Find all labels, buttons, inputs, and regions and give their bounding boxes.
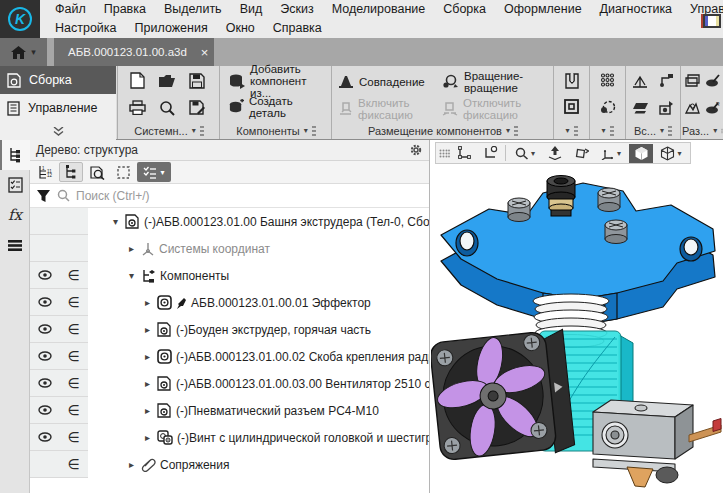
shaded-view-button[interactable]	[629, 144, 653, 163]
viewport-3d[interactable]: ▾ ▾ ▾	[431, 140, 723, 493]
tree-row-fan-2510[interactable]: ∈ ▸ (-)АБВ.000123.01.00.03.00 Вентилятор…	[30, 370, 429, 397]
eye-icon[interactable]	[38, 297, 52, 307]
tree-by-sequence-button[interactable]: 11112	[33, 162, 57, 182]
menu-modeling[interactable]: Моделирование	[323, 0, 435, 19]
model-heater-cartridge[interactable]	[689, 419, 721, 443]
gear-icon[interactable]	[409, 143, 423, 157]
menu-drawing[interactable]: Оформление	[495, 0, 591, 19]
membership-icon[interactable]: ∈	[67, 375, 79, 391]
tree-components-search-button[interactable]	[85, 162, 109, 182]
insert-object-button[interactable]	[653, 95, 679, 120]
tree-marquee-button[interactable]	[111, 162, 135, 182]
funnel-icon[interactable]	[36, 189, 51, 203]
expand-arrow-icon[interactable]: ▸	[142, 351, 153, 362]
tree-filter-list-button[interactable]: ▾	[137, 162, 171, 182]
coincidence-button[interactable]: Совпадение	[334, 68, 438, 95]
save-as-button[interactable]	[184, 95, 210, 120]
rotation-rotation-button[interactable]: Вращение-вращение	[438, 68, 548, 95]
eye-icon[interactable]	[38, 378, 52, 388]
model-nozzle[interactable]	[627, 467, 678, 487]
control-point-button[interactable]	[653, 68, 679, 93]
counterbore-button[interactable]	[559, 68, 585, 93]
frame-button[interactable]	[559, 94, 585, 119]
mode-management-button[interactable]: Управление	[0, 94, 116, 122]
eye-icon[interactable]	[38, 351, 52, 361]
kompas-logo[interactable]: K	[0, 0, 40, 38]
panel-components-label[interactable]: Компоненты▾	[222, 123, 330, 138]
menu-help[interactable]: Справка	[264, 19, 331, 38]
local-cs-button[interactable]	[627, 68, 653, 93]
tree-row-root-assembly[interactable]: ▾ (-)АБВ.000123.01.00 Башня экструдера (…	[30, 208, 429, 235]
enable-fixation-button[interactable]: Включить фиксацию	[334, 95, 438, 122]
menu-assembly[interactable]: Сборка	[434, 0, 495, 19]
eye-icon[interactable]	[38, 324, 52, 334]
model-heater-block[interactable]	[593, 400, 693, 472]
menu-diagnostics[interactable]: Диагностика	[591, 0, 681, 19]
membership-icon[interactable]: ∈	[67, 456, 79, 472]
orientation-button[interactable]: ▾	[595, 144, 627, 163]
add-component-button[interactable]: Добавить компонент из...	[224, 68, 332, 94]
document-tab[interactable]: АБВ.000123.01.00.a3d ×	[54, 38, 214, 66]
parameters-panel-tab[interactable]	[0, 170, 30, 200]
variables-panel-tab[interactable]: fx	[0, 200, 30, 230]
expand-arrow-icon[interactable]: ▸	[142, 432, 153, 443]
display-mode-button[interactable]: ▾	[655, 144, 687, 163]
panel-placement-label[interactable]: Размещение компонентов▾	[334, 123, 552, 138]
panel-array-label[interactable]: ▾	[591, 123, 624, 138]
menu-panel-tab[interactable]	[0, 230, 30, 260]
menu-sketch[interactable]: Эскиз	[271, 0, 322, 19]
disable-fixation-button[interactable]: Отключить фиксацию	[438, 95, 548, 122]
window-layout-icon[interactable]	[703, 14, 721, 28]
tree-row-screw[interactable]: ∈ ▸ (-)Винт с цилиндрической головкой и …	[30, 424, 429, 451]
sheet-button[interactable]	[685, 74, 700, 90]
menu-settings[interactable]: Настройка	[46, 19, 126, 38]
expand-arrow-icon[interactable]: ▸	[142, 378, 153, 389]
tree-row-bowden-extruder[interactable]: ∈ ▸ (-)Боуден экструдер, горячая часть	[30, 316, 429, 343]
expand-arrow-icon[interactable]: ▸	[126, 243, 137, 254]
sketch-place-button[interactable]	[478, 144, 502, 163]
ribbon-collapse-button[interactable]	[0, 122, 116, 140]
eye-icon[interactable]	[38, 405, 52, 415]
toolbar-handle-icon[interactable]	[439, 149, 450, 158]
membership-icon[interactable]: ∈	[67, 294, 79, 310]
zoom-button[interactable]: ▾	[509, 144, 541, 163]
mode-assembly-button[interactable]: Сборка	[0, 66, 116, 94]
open-document-button[interactable]	[154, 68, 180, 93]
panel-aux-label[interactable]: Вс...▾	[627, 123, 679, 138]
expand-arrow-icon[interactable]: ▾	[110, 216, 121, 227]
preview-button[interactable]	[154, 95, 180, 120]
membership-icon[interactable]: ∈	[67, 402, 79, 418]
panel-system-label[interactable]: Системн...▾	[120, 123, 218, 138]
tree-row-radiator-bracket[interactable]: ∈ ▸ (-)АБВ.000123.01.00.02 Скоба креплен…	[30, 343, 429, 370]
panel-operations-label[interactable]: ▾	[555, 123, 588, 138]
expand-arrow-icon[interactable]: ▸	[126, 459, 137, 470]
tree-row-pneumatic-fitting[interactable]: ∈ ▸ (-)Пневматический разъем PC4-M10	[30, 397, 429, 424]
expand-arrow-icon[interactable]: ▸	[142, 297, 153, 308]
model-cooling-fan[interactable]	[431, 327, 575, 465]
copy-geometry-button[interactable]	[595, 94, 621, 119]
membership-icon[interactable]: ∈	[67, 267, 79, 283]
home-button[interactable]: ▾	[0, 38, 47, 66]
print-button[interactable]	[124, 95, 150, 120]
menu-select[interactable]: Выделить	[155, 0, 231, 19]
pattern-array-button[interactable]	[595, 68, 621, 93]
stamp-r-button[interactable]: R	[705, 101, 720, 117]
tree-panel-tab[interactable]	[0, 140, 30, 170]
collections-button[interactable]	[685, 101, 700, 117]
menu-file[interactable]: Файл	[46, 0, 95, 19]
membership-icon[interactable]: ∈	[67, 321, 79, 337]
menu-view[interactable]: Вид	[231, 0, 272, 19]
tree-row-effector[interactable]: ∈ ▸ АБВ.000123.01.00.01 Эффектор	[30, 289, 429, 316]
tab-close-icon[interactable]: ×	[201, 45, 209, 60]
sketch-mode-button[interactable]	[452, 144, 476, 163]
new-document-button[interactable]	[124, 68, 150, 93]
panel-layout-label[interactable]: Раз...▾	[682, 123, 723, 138]
create-part-button[interactable]: Создать деталь	[224, 94, 332, 120]
model-3d[interactable]	[431, 167, 723, 493]
plane-button[interactable]	[627, 95, 653, 120]
eye-icon[interactable]	[38, 270, 52, 280]
move-component-button[interactable]	[543, 144, 567, 163]
rotate-component-button[interactable]	[569, 144, 593, 163]
save-button[interactable]	[184, 68, 210, 93]
membership-icon[interactable]: ∈	[67, 348, 79, 364]
